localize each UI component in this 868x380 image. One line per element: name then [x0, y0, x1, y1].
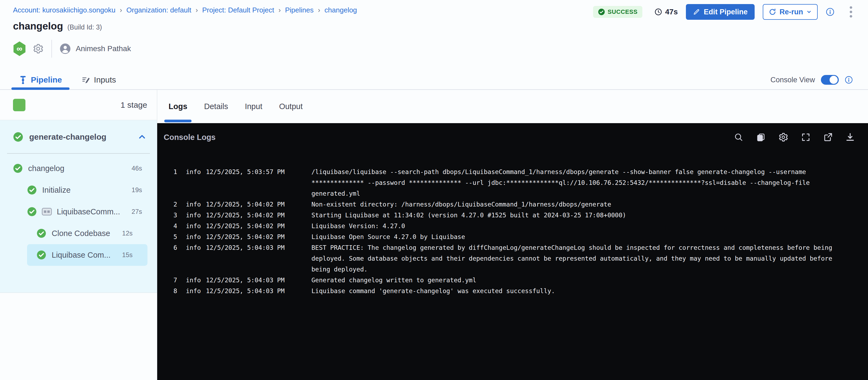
step-tree: changelog 46s Initialize 19s [0, 154, 157, 293]
log-level: info [186, 199, 206, 210]
breadcrumb-item[interactable]: Project: Default Project › [202, 6, 285, 14]
sidebar-filler [0, 293, 157, 380]
step-tree-row[interactable]: Liquibase Com... 15s [27, 244, 148, 266]
breadcrumb-link[interactable]: Pipelines [285, 6, 314, 14]
duration-value: 47s [665, 7, 678, 16]
log-timestamp: 12/5/2025, 5:03:57 PM [206, 167, 311, 199]
copy-icon[interactable] [756, 132, 766, 142]
log-line-number: 3 [174, 210, 186, 221]
breadcrumb-item[interactable]: Organization: default › [126, 6, 202, 14]
status-badge-label: SUCCESS [608, 8, 638, 16]
step-duration: 46s [131, 165, 148, 172]
check-circle-icon [13, 164, 23, 173]
execution-content: 1 stage generate-changelog changelog [0, 90, 868, 380]
log-entry: 8 info 12/5/2025, 5:04:03 PM Liquibase c… [157, 286, 868, 296]
log-timestamp: 12/5/2025, 5:04:03 PM [206, 242, 311, 275]
step-duration: 27s [131, 208, 148, 215]
page-header: Account: kurosakiichigo.songoku › Organi… [0, 0, 868, 70]
log-line-number: 7 [174, 275, 186, 286]
stage-graph-node[interactable] [13, 99, 25, 111]
chevron-right-icon: › [278, 6, 281, 14]
breadcrumb-link[interactable]: Account: kurosakiichigo.songoku [13, 6, 116, 14]
stage-sidebar: 1 stage generate-changelog changelog [0, 90, 157, 380]
breadcrumb-item[interactable]: changelog › [324, 6, 357, 14]
breadcrumb-link[interactable]: Organization: default [126, 6, 191, 14]
tab-pipeline[interactable]: Pipeline [19, 70, 62, 89]
log-level: info [186, 275, 206, 286]
ci-module-icon: ∞ [13, 41, 26, 56]
step-tree-row[interactable]: changelog 46s [4, 157, 148, 179]
stage-row[interactable]: generate-changelog [0, 120, 157, 154]
download-icon[interactable] [845, 132, 855, 142]
open-in-new-icon[interactable] [823, 132, 833, 142]
log-timestamp: 12/5/2025, 5:04:02 PM [206, 210, 311, 221]
log-entry: 1 info 12/5/2025, 5:03:57 PM /liquibase/… [157, 167, 868, 199]
page-title: changelog [13, 21, 63, 32]
log-entry: 2 info 12/5/2025, 5:04:02 PM Non-existen… [157, 199, 868, 210]
log-tab[interactable]: Input [245, 90, 262, 123]
tab-inputs[interactable]: Inputs [82, 70, 116, 89]
breadcrumb-item[interactable]: Pipelines › [285, 6, 324, 14]
breadcrumb-link[interactable]: changelog [324, 6, 357, 14]
step-name: LiquibaseComm... [57, 207, 120, 216]
step-tree-row[interactable]: Initialize 19s [4, 179, 148, 201]
log-tab[interactable]: Logs [168, 90, 187, 123]
log-level: info [186, 242, 206, 275]
status-badge: SUCCESS [593, 6, 643, 18]
log-timestamp: 12/5/2025, 5:04:03 PM [206, 286, 311, 296]
info-icon[interactable] [826, 7, 834, 16]
fullscreen-icon[interactable] [801, 132, 811, 142]
log-message: Liquibase Open Source 4.27.0 by Liquibas… [311, 231, 851, 242]
log-entry: 3 info 12/5/2025, 5:04:02 PM Starting Li… [157, 210, 868, 221]
log-line-number: 6 [174, 242, 186, 275]
log-lines[interactable]: 1 info 12/5/2025, 5:03:57 PM /liquibase/… [157, 167, 868, 296]
log-line-number: 2 [174, 199, 186, 210]
step-tree-row[interactable]: LiquibaseComm... 27s [4, 201, 148, 223]
execution-actions: SUCCESS 47s Edit Pipeline Re-run [593, 3, 853, 21]
console-view-toggle[interactable] [821, 75, 839, 85]
refresh-icon [769, 8, 776, 16]
console-view-label: Console View [770, 76, 815, 84]
step-detail-panel: Logs Details Input Output Console Logs [157, 90, 868, 380]
build-meta: ∞ Animesh Pathak [13, 40, 131, 57]
log-timestamp: 12/5/2025, 5:04:02 PM [206, 199, 311, 210]
log-timestamp: 12/5/2025, 5:04:03 PM [206, 275, 311, 286]
breadcrumb: Account: kurosakiichigo.songoku › Organi… [13, 6, 357, 14]
breadcrumb-link[interactable]: Project: Default Project [202, 6, 274, 14]
log-message: BEST PRACTICE: The changelog generated b… [311, 242, 851, 275]
pipeline-icon [19, 76, 27, 84]
info-icon[interactable] [845, 76, 853, 84]
log-tab[interactable]: Details [204, 90, 228, 123]
chevron-up-icon[interactable] [138, 133, 146, 141]
settings-gear-icon[interactable] [778, 132, 788, 142]
check-circle-icon [27, 185, 37, 195]
gear-icon[interactable] [32, 43, 44, 54]
console-toolbar [734, 132, 855, 142]
log-tabbar: Logs Details Input Output [157, 90, 868, 123]
stage-summary: 1 stage [0, 90, 157, 120]
rerun-button[interactable]: Re-run [763, 4, 818, 20]
log-timestamp: 12/5/2025, 5:04:02 PM [206, 221, 311, 231]
build-title: changelog (Build Id: 3) [13, 21, 102, 32]
execution-duration: 47s [654, 7, 678, 16]
step-name: changelog [28, 164, 64, 173]
build-id: (Build Id: 3) [67, 23, 102, 31]
triggered-by-user: Animesh Pathak [76, 45, 131, 53]
step-tree-row[interactable]: Clone Codebase 12s [4, 223, 148, 244]
log-line-number: 8 [174, 286, 186, 296]
check-circle-icon [598, 8, 605, 16]
search-icon[interactable] [734, 132, 744, 142]
log-entry: 6 info 12/5/2025, 5:04:03 PM BEST PRACTI… [157, 242, 868, 275]
log-message: Starting Liquibase at 11:34:02 (version … [311, 210, 851, 221]
step-group-icon [42, 208, 52, 216]
log-tab[interactable]: Output [279, 90, 303, 123]
log-message: Non-existent directory: /harness/dbops/L… [311, 199, 851, 210]
log-timestamp: 12/5/2025, 5:04:02 PM [206, 231, 311, 242]
more-options-icon[interactable] [849, 6, 853, 18]
log-level: info [186, 231, 206, 242]
step-duration: 12s [122, 230, 148, 237]
edit-pipeline-button[interactable]: Edit Pipeline [686, 4, 755, 20]
log-line-number: 4 [174, 221, 186, 231]
clock-icon [654, 8, 662, 16]
breadcrumb-item[interactable]: Account: kurosakiichigo.songoku › [13, 6, 126, 14]
